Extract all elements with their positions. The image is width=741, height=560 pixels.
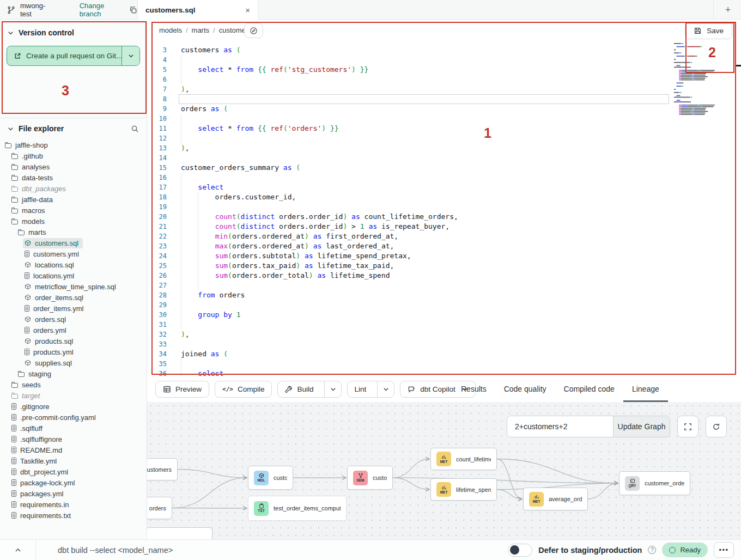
selector-input[interactable]: 2+customers+2 [507,416,613,437]
file-tree-item-customers.sql[interactable]: customers.sql [0,238,147,248]
code-line-27[interactable]: 27 [147,281,741,290]
lineage-node-test_orders[interactable]: TSTtest_order_items_compute_to_bools... [248,496,347,521]
lint-dropdown[interactable] [377,381,394,397]
file-tree-item-jaffle-data[interactable]: jaffle-data [0,194,147,205]
help-icon[interactable]: ? [648,546,656,554]
lineage-node-orders[interactable]: orders [147,497,172,519]
file-tree-item-orders.yml[interactable]: orders.yml [0,325,147,336]
code-line-15[interactable]: 15customer_orders_summary as ( [147,163,741,173]
file-tree-item-requirements.in[interactable]: requirements.in [0,499,147,510]
code-line-34[interactable]: 34joined as ( [147,349,741,359]
file-tree-item-macros[interactable]: macros [0,205,147,216]
lineage-node-stg_customers[interactable]: stg_customers [147,458,178,480]
search-icon[interactable] [131,125,139,133]
code-line-11[interactable]: 11 select * from {{ ref('orders') }} [147,124,741,133]
version-control-header[interactable]: Version control [7,26,140,39]
file-tree-item-order_items.sql[interactable]: order_items.sql [0,292,147,303]
code-line-4[interactable]: 4 [147,55,741,65]
file-tree-item-dbt_packages[interactable]: dbt_packages [0,183,147,194]
lineage-node-customers_sem[interactable]: SEMcustomers [347,466,393,490]
tab-compiled-code[interactable]: Compiled code [564,376,615,402]
compile-button[interactable]: </> Compile [215,381,272,398]
lint-button[interactable]: Lint [347,381,394,398]
code-line-14[interactable]: 14 [147,153,741,163]
code-line-29[interactable]: 29 [147,300,741,310]
code-line-6[interactable]: 6 [147,75,741,84]
file-tree-item-metricflow_time_spine.sql[interactable]: metricflow_time_spine.sql [0,281,147,292]
code-line-22[interactable]: 22 min(orders.ordered_at) as first_order… [147,232,741,241]
code-line-31[interactable]: 31 [147,320,741,330]
file-tree-item-.pre-commit-config.yaml[interactable]: .pre-commit-config.yaml [0,412,147,423]
file-tree-item-package-lock.yml[interactable]: package-lock.yml [0,477,147,488]
tab-results[interactable]: Results [461,376,487,402]
file-tree-item-.github[interactable]: .github [0,150,147,161]
refresh-button[interactable] [706,416,727,437]
file-tree-item-products.sql[interactable]: products.sql [0,336,147,346]
file-tree-item-supplies.sql[interactable]: supplies.sql [0,357,147,368]
file-tree-item-customers.yml[interactable]: customers.yml [0,248,147,259]
code-line-25[interactable]: 25 sum(orders.tax_paid) as lifetime_tax_… [147,261,741,271]
file-tree-item-marts[interactable]: marts [0,227,147,238]
tab-close-icon[interactable]: × [245,6,250,14]
code-line-33[interactable]: 33 [147,339,741,349]
copy-branch-icon[interactable] [129,6,137,14]
file-tree-item-order_items.yml[interactable]: order_items.yml [0,303,147,314]
file-tree-item-data-tests[interactable]: data-tests [0,172,147,183]
code-line-19[interactable]: 19 [147,202,741,212]
editor-tab-customers-sql[interactable]: customers.sql × [137,0,258,20]
file-tree-item-Taskfile.yml[interactable]: Taskfile.yml [0,455,147,466]
fullscreen-button[interactable] [677,416,699,437]
code-editor[interactable]: 3customers as (45 select * from {{ ref('… [147,41,741,376]
file-tree-item-packages.yml[interactable]: packages.yml [0,488,147,499]
more-options-button[interactable]: ••• [714,542,734,558]
code-line-28[interactable]: 28 from orders [147,290,741,300]
code-line-12[interactable]: 12 [147,133,741,143]
code-line-30[interactable]: 30 group by 1 [147,310,741,320]
file-tree-item-seeds[interactable]: seeds [0,379,147,390]
copilot-button[interactable] [244,23,263,38]
code-line-17[interactable]: 17 select [147,182,741,192]
lineage-node-count_lifetime_orders[interactable]: METcount_lifetime_orders [430,448,497,470]
file-tree-item-products.yml[interactable]: products.yml [0,346,147,357]
lineage-node-average_order_value[interactable]: METaverage_order_value [523,488,588,510]
preview-button[interactable]: Preview [155,381,209,398]
file-tree-item-models[interactable]: models [0,216,147,227]
code-line-23[interactable]: 23 max(orders.ordered_at) as last_ordere… [147,241,741,251]
breadcrumb-models[interactable]: models [159,26,182,34]
breadcrumb-marts[interactable]: marts [192,26,210,34]
file-tree-item-.sqlfluffignore[interactable]: .sqlfluffignore [0,434,147,445]
command-input[interactable]: dbt build --select <model_name> [58,546,173,555]
code-line-3[interactable]: 3customers as ( [147,45,741,55]
code-line-9[interactable]: 9orders as ( [147,104,741,114]
lineage-canvas[interactable]: stg_customersordersMDLcustomersTSTtest_o… [147,402,741,539]
code-line-10[interactable]: 10 [147,114,741,124]
code-line-20[interactable]: 20 count(distinct orders.order_id) as co… [147,212,741,222]
code-line-13[interactable]: 13), [147,143,741,153]
code-line-24[interactable]: 24 sum(orders.subtotal) as lifetime_spen… [147,251,741,261]
code-line-16[interactable]: 16 [147,173,741,182]
file-tree-item-orders.sql[interactable]: orders.sql [0,314,147,325]
code-line-5[interactable]: 5 select * from {{ ref('stg_customers') … [147,65,741,75]
update-graph-button[interactable]: Update Graph [613,416,670,437]
tab-code-quality[interactable]: Code quality [504,376,546,402]
file-explorer-header[interactable]: File explorer [0,118,147,137]
file-tree-item-analyses[interactable]: analyses [0,161,147,172]
code-line-32[interactable]: 32), [147,330,741,339]
new-tab-button[interactable]: + [722,4,734,16]
file-tree-item-requirements.txt[interactable]: requirements.txt [0,510,147,521]
file-tree-item-dbt_project.yml[interactable]: dbt_project.yml [0,466,147,477]
create-pr-button[interactable]: Create a pull request on Git... [7,46,140,66]
lineage-node-partial_node[interactable] [147,527,212,539]
code-line-21[interactable]: 21 count(distinct orders.order_id) > 1 a… [147,222,741,232]
tab-lineage[interactable]: Lineage [632,376,659,402]
build-button[interactable]: Build [277,381,342,398]
file-tree-item-target[interactable]: target [0,390,147,401]
file-tree-item-README.md[interactable]: README.md [0,445,147,455]
save-button[interactable]: Save [685,22,732,39]
lineage-node-lifetime_spend_pretax[interactable]: METlifetime_spend_pretax [430,478,497,501]
code-line-8[interactable]: 8 [147,94,741,104]
build-dropdown[interactable] [324,381,341,397]
file-tree-item-.gitignore[interactable]: .gitignore [0,401,147,412]
create-pr-dropdown[interactable] [122,46,139,65]
lineage-node-customer_order_metrics[interactable]: QRYcustomer_order_metrics [619,471,690,495]
